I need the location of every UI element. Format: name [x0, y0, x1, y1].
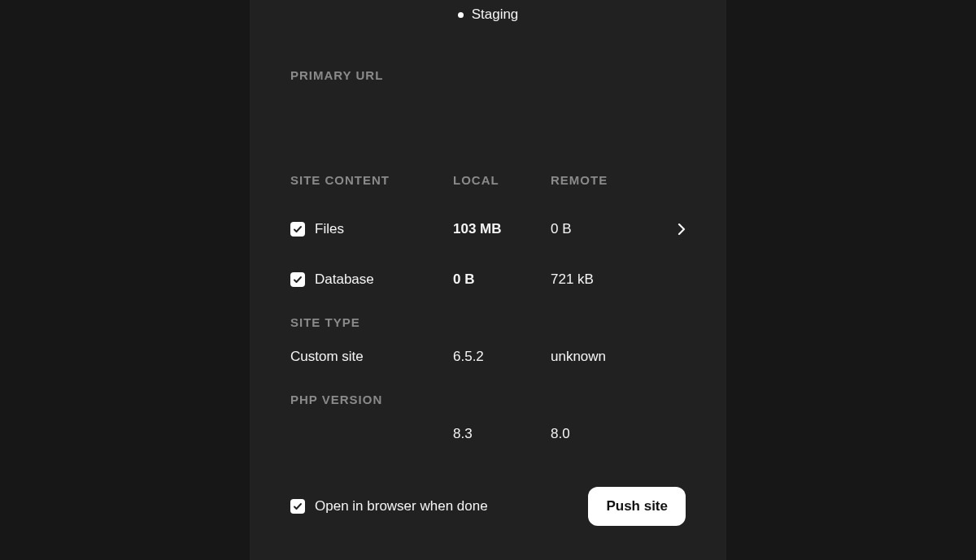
row-php-version: 8.3 8.0 [290, 406, 686, 442]
section-site-type: SITE TYPE [290, 288, 686, 329]
row-files: Files 103 MB 0 B [290, 187, 686, 237]
checkbox-database[interactable] [290, 272, 305, 287]
files-expand[interactable] [661, 224, 686, 235]
site-type-remote: unknown [551, 349, 661, 365]
push-site-panel: Staging PRIMARY URL SITE CONTENT LOCAL R… [250, 0, 726, 560]
section-primary-url: PRIMARY URL [290, 23, 686, 82]
chevron-right-icon [678, 224, 686, 235]
push-site-button[interactable]: Push site [588, 487, 686, 526]
checkbox-files[interactable] [290, 222, 305, 237]
section-php-version: PHP VERSION [290, 365, 686, 406]
row-database: Database 0 B 721 kB [290, 237, 686, 288]
site-type-local: 6.5.2 [453, 349, 551, 365]
database-local: 0 B [453, 271, 551, 288]
row-site-type: Custom site 6.5.2 unknown [290, 329, 686, 365]
php-local: 8.3 [453, 426, 551, 442]
php-remote: 8.0 [551, 426, 661, 442]
check-icon [293, 275, 303, 284]
database-label: Database [315, 271, 374, 288]
panel-footer: Open in browser when done Push site [290, 487, 686, 526]
content-header-row: SITE CONTENT LOCAL REMOTE [290, 82, 686, 187]
check-icon [293, 224, 303, 234]
files-local: 103 MB [453, 221, 551, 237]
checkbox-open-browser[interactable] [290, 499, 305, 514]
site-type-label: Custom site [290, 349, 453, 365]
environment-row: Staging [290, 7, 686, 23]
files-remote: 0 B [551, 221, 661, 237]
open-browser-label: Open in browser when done [315, 498, 488, 514]
section-site-content: SITE CONTENT [290, 173, 453, 187]
files-label: Files [315, 221, 344, 237]
check-icon [293, 501, 303, 511]
environment-indicator-icon [458, 12, 464, 18]
environment-label: Staging [472, 7, 519, 23]
column-local: LOCAL [453, 173, 551, 187]
column-remote: REMOTE [551, 173, 661, 187]
database-remote: 721 kB [551, 271, 661, 288]
